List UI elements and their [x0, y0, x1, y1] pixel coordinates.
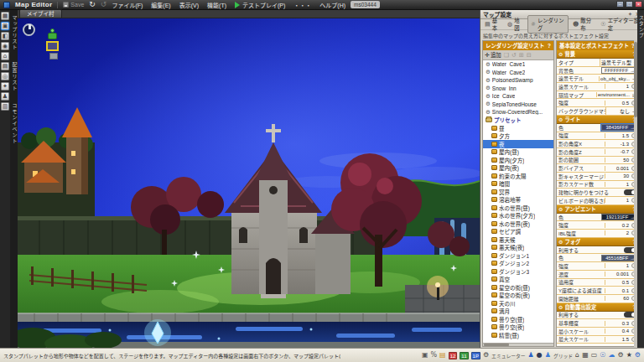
bulb-icon[interactable]: ☉ [600, 351, 605, 359]
star-icon[interactable]: ★ [626, 351, 632, 359]
property-value[interactable]: 1 [605, 182, 630, 187]
sphere-icon[interactable]: ● [537, 351, 543, 359]
render-list-item[interactable]: ⚙Ice_Cave [483, 92, 553, 101]
redo-icon[interactable]: ↻ [89, 1, 96, 8]
npc-tool-icon[interactable]: ♟ [1, 92, 9, 101]
property-value[interactable]: 30 [605, 173, 630, 178]
property-value[interactable]: 50 [605, 158, 630, 163]
layer-red-chip[interactable]: 12 [449, 352, 458, 359]
property-value[interactable]: -1.3 [605, 142, 630, 147]
stamp-palette-tab[interactable]: スタンプ [637, 15, 644, 348]
menu-item-3[interactable]: 機能(T) [207, 1, 226, 9]
add-button[interactable]: ✛ 追加 [485, 51, 501, 59]
settings-tab-3[interactable]: ☻敵分布 [570, 16, 596, 33]
property-value[interactable]: 0.001 [605, 166, 630, 171]
property-value[interactable]: 0.4 [605, 328, 630, 334]
render-list-item[interactable]: 真空 [483, 276, 553, 284]
property-value[interactable]: -0.7 [605, 149, 630, 154]
maximize-button[interactable]: □ [626, 1, 633, 8]
folder-icon[interactable]: ▤ [439, 351, 446, 359]
gear2-icon[interactable]: ⚙ [617, 351, 623, 359]
layer-green-chip[interactable]: 11 [460, 352, 468, 359]
left-tab-0[interactable]: マップリスト [10, 15, 18, 50]
render-list-item[interactable]: 曇り空(夜) [483, 323, 553, 332]
property-value[interactable]: なし [605, 107, 631, 115]
render-list-item[interactable]: ダンジョン2 [483, 260, 553, 268]
render-list-item[interactable]: 約束の太陽 [483, 172, 553, 180]
property-value[interactable]: 0.5 [605, 280, 630, 285]
monitor-icon[interactable]: ▭ [591, 351, 598, 359]
property-value[interactable]: 0.3 [605, 321, 630, 326]
render-list-item[interactable]: 天の川 [483, 299, 553, 308]
layer-blue-chip[interactable]: 1P [471, 352, 480, 359]
box-tool-icon[interactable]: ◧ [1, 32, 9, 40]
render-list-item[interactable]: 屋内(夜) [483, 164, 553, 173]
list-toolbar-icon-0[interactable]: ❏ [504, 52, 509, 59]
section-header[interactable]: ⚙ライト? [557, 116, 637, 124]
route-grid-icon[interactable]: ▣ [422, 351, 428, 359]
list-toolbar-icon-2[interactable]: ⊞ [519, 52, 524, 59]
render-list-item[interactable]: 夜 [483, 140, 553, 148]
selected-block-highlight[interactable] [46, 41, 59, 51]
camera-gizmo-icon[interactable] [23, 23, 35, 36]
section-header[interactable]: ⚙自動露出設定? [557, 303, 637, 312]
close-button[interactable]: × [635, 1, 642, 8]
actor-icon[interactable]: ♟ [545, 351, 551, 359]
render-list-item[interactable]: 昼 [483, 124, 553, 132]
search-tool-icon[interactable]: ◎ [1, 72, 9, 80]
section-header[interactable]: ⚙背景? [557, 50, 637, 59]
render-list-item[interactable]: 夕方 [483, 132, 553, 141]
settings-tab-0[interactable]: ▤基本 [482, 16, 503, 33]
render-list-item[interactable]: 水の世界(夕方) [483, 212, 553, 220]
menu-item-1[interactable]: 編集(E) [151, 1, 170, 9]
menu-item-4[interactable]: テストプレイ(P) [235, 1, 285, 9]
render-list-item[interactable]: 屋内(夕方) [483, 156, 553, 164]
menu-item-0[interactable]: ファイル(F) [112, 1, 143, 9]
render-list-item[interactable]: 冥界 [483, 188, 553, 196]
gear-icon[interactable]: ⚙ [483, 351, 489, 359]
actor-blue-icon[interactable]: ♟ [528, 351, 534, 359]
menu-item-2[interactable]: 表示(V) [179, 1, 199, 9]
render-list-item[interactable]: ダンジョン1 [483, 251, 553, 260]
undo-icon[interactable]: ↺ [101, 1, 107, 8]
color-value[interactable]: 38436FFF→ [601, 124, 636, 131]
list-toolbar-icon-1[interactable]: ↺ [512, 52, 517, 59]
spawn-figure-icon[interactable] [48, 33, 57, 39]
section-header[interactable]: ⚙アンビエント? [557, 205, 637, 214]
property-value[interactable]: 1 [605, 198, 630, 203]
section-header[interactable]: ⚙フォグ? [557, 238, 637, 246]
viewport[interactable]: メイブイ村 [18, 10, 480, 348]
grid-icon[interactable]: ▦ [582, 351, 589, 359]
render-list-item[interactable]: ダンジョン3 [483, 267, 553, 276]
property-value[interactable]: 0.001 [605, 272, 630, 277]
object-tool-icon[interactable]: ▥ [1, 102, 9, 111]
left-tab-1[interactable]: 配置リスト [10, 62, 18, 91]
property-value[interactable]: 0.1 [605, 288, 630, 293]
render-list-item[interactable]: ⚙Snow_Inn [483, 85, 553, 93]
render-list-item[interactable]: ⚙PoisonedSwamp [483, 76, 553, 85]
percent-icon[interactable]: % [431, 351, 438, 359]
list-toolbar-icon-3[interactable]: ⊟ [527, 52, 532, 59]
settings-tab-1[interactable]: ◍地図 [505, 16, 526, 33]
settings-blue-icon[interactable]: ⚙ [635, 351, 641, 359]
help-icon[interactable]: ? [548, 43, 551, 49]
save-button[interactable]: Save [63, 2, 84, 8]
viewport-tab[interactable]: メイブイ村 [19, 9, 62, 18]
render-list-item[interactable]: 星空の街(夜) [483, 292, 553, 300]
minimize-button[interactable]: – [616, 1, 624, 8]
property-value[interactable]: 1 [605, 84, 630, 89]
settings-tab-4[interactable]: ☉エディター設定 [598, 16, 642, 33]
terrain-tool-icon[interactable]: ▤ [1, 62, 9, 70]
color-value[interactable]: FFFFFFFF→ [601, 67, 636, 74]
stamp-tool-icon[interactable]: ▣ [1, 22, 9, 30]
render-list-item[interactable]: 暗闇 [483, 180, 553, 189]
property-value[interactable]: 60 [605, 296, 630, 301]
menu-item-5[interactable]: ・・・ [293, 1, 311, 9]
cloud-icon[interactable]: ☁ [608, 351, 615, 359]
render-list-item[interactable]: プリセット [483, 116, 553, 125]
render-list-item[interactable]: 精霊(昼) [483, 331, 553, 339]
render-list-item[interactable]: 水の世界(夜) [483, 220, 553, 228]
render-list-item[interactable]: 溶岩地帯 [483, 196, 553, 204]
property-value[interactable]: ob_obj_sky... [599, 76, 631, 81]
property-value[interactable]: 2 [605, 230, 630, 235]
